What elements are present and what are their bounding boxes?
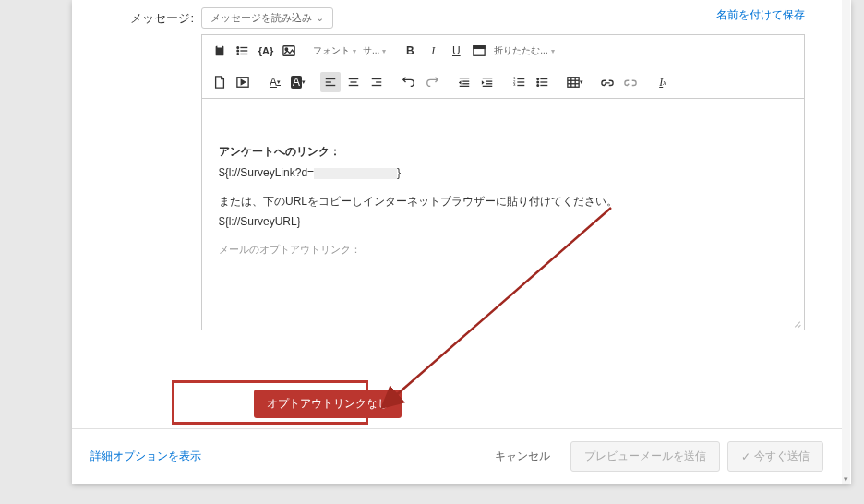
message-label: メッセージ: (114, 7, 201, 330)
link-icon[interactable] (597, 72, 618, 92)
list-icon[interactable] (233, 41, 253, 61)
paste-icon[interactable] (210, 41, 230, 61)
outdent-icon[interactable] (454, 72, 474, 92)
cancel-button[interactable]: キャンセル (482, 442, 563, 471)
underline-icon[interactable]: U (446, 41, 466, 61)
svg-point-43 (537, 81, 539, 83)
font-select[interactable]: フォント (311, 44, 358, 57)
piped-text-icon[interactable]: {A} (256, 41, 276, 61)
svg-point-6 (237, 50, 239, 52)
footer: 詳細オプションを表示 キャンセル プレビューメールを送信 ✓今すぐ送信 (72, 428, 842, 484)
svg-rect-1 (217, 45, 222, 48)
align-center-icon[interactable] (343, 72, 364, 92)
svg-text:3: 3 (513, 82, 516, 87)
scrollbar[interactable]: ▾ (842, 0, 850, 484)
new-page-icon[interactable] (210, 72, 230, 92)
table-icon[interactable]: ▾ (565, 72, 585, 92)
redo-icon[interactable] (422, 72, 442, 92)
align-right-icon[interactable] (366, 72, 387, 92)
source-icon[interactable] (469, 41, 489, 61)
svg-point-5 (237, 47, 239, 49)
save-as-link[interactable]: 名前を付けて保存 (716, 7, 805, 23)
svg-rect-11 (474, 46, 485, 49)
unlink-icon[interactable] (620, 72, 641, 92)
send-button[interactable]: ✓今すぐ送信 (727, 441, 823, 472)
check-icon: ✓ (741, 450, 750, 463)
survey-link-value: ${l://SurveyLink?d=} (219, 162, 787, 184)
rich-text-editor: {A} フォント サ... B I U 折りたたむ... A▾ (201, 34, 805, 330)
editor-panel: ▾ メッセージ: メッセージを読み込み 名前を付けて保存 {A} フォント サ.… (72, 0, 851, 484)
svg-marker-27 (459, 80, 462, 84)
bullet-list-icon[interactable] (533, 72, 553, 92)
redacted-text (314, 168, 397, 179)
survey-link-label: アンケートへのリンク： (219, 141, 787, 162)
italic-icon[interactable]: I (423, 41, 443, 61)
size-select[interactable]: サ... (361, 44, 388, 57)
load-message-button[interactable]: メッセージを読み込み (201, 7, 333, 29)
advanced-options-link[interactable]: 詳細オプションを表示 (90, 449, 201, 464)
svg-marker-13 (241, 79, 245, 84)
svg-point-42 (537, 78, 539, 80)
numbered-list-icon[interactable]: 123 (510, 72, 530, 92)
instruction-text: または、下のURLをコピーしインターネットブラウザーに貼り付けてください。 (219, 191, 787, 212)
undo-icon[interactable] (399, 72, 419, 92)
no-optout-link-button[interactable]: オプトアウトリンクなし (254, 390, 402, 418)
preview-button[interactable]: プレビューメールを送信 (570, 441, 720, 472)
image-icon[interactable] (279, 41, 299, 61)
align-left-icon[interactable] (320, 72, 341, 92)
survey-url-value: ${l://SurveyURL} (219, 211, 787, 233)
svg-point-44 (537, 85, 539, 87)
text-color-icon[interactable]: A▾ (265, 72, 285, 92)
scroll-down-icon[interactable]: ▾ (842, 474, 850, 484)
clear-format-icon[interactable]: Ix (653, 72, 673, 92)
editor-content[interactable]: アンケートへのリンク： ${l://SurveyLink?d=} または、下のU… (202, 99, 804, 330)
fold-select[interactable]: 折りたたむ... (492, 44, 556, 57)
bg-color-icon[interactable]: A▾ (288, 72, 308, 92)
svg-rect-45 (568, 78, 579, 88)
editor-toolbar: {A} フォント サ... B I U 折りたたむ... A▾ (202, 35, 804, 99)
bold-icon[interactable]: B (400, 41, 420, 61)
svg-point-7 (237, 54, 239, 55)
indent-icon[interactable] (477, 72, 498, 92)
preview-icon[interactable] (233, 72, 253, 92)
resize-handle-icon[interactable] (791, 317, 802, 328)
optout-label: メールのオプトアウトリンク： (219, 240, 787, 259)
svg-marker-32 (482, 80, 485, 84)
